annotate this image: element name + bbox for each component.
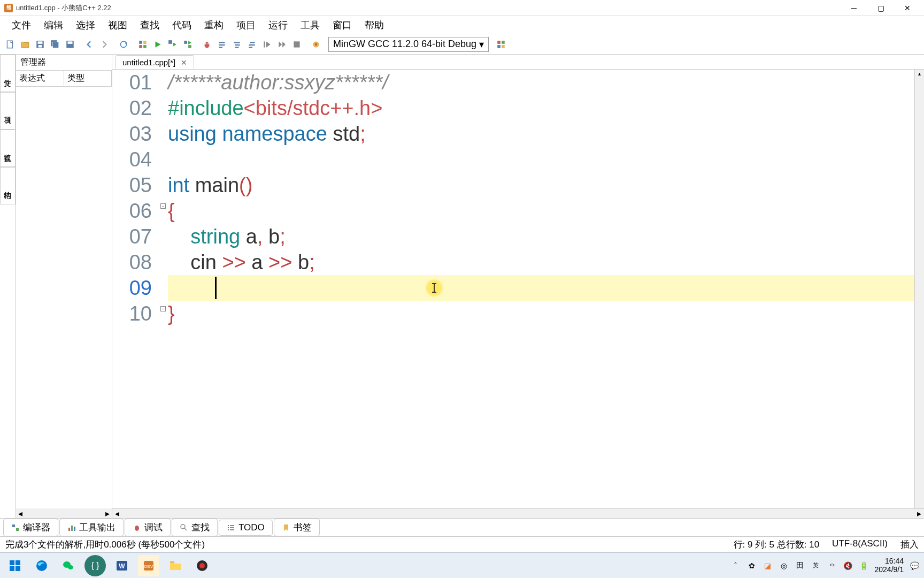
svg-rect-23 <box>235 44 240 45</box>
stop-button[interactable] <box>290 37 304 51</box>
svg-rect-40 <box>74 527 75 531</box>
menu-select[interactable]: 选择 <box>70 17 102 34</box>
scroll-right-icon[interactable]: ▸ <box>914 509 924 518</box>
toolbar: MinGW GCC 11.2.0 64-bit Debug ▾ <box>0 34 924 55</box>
forward-button[interactable] <box>97 37 111 51</box>
svg-rect-21 <box>219 47 222 48</box>
close-button[interactable]: ✕ <box>899 3 915 13</box>
devcpp-icon[interactable]: DEV <box>138 555 159 576</box>
vertical-scrollbar[interactable]: ▴ <box>914 70 924 508</box>
bottom-tab-debug[interactable]: 调试 <box>125 519 171 536</box>
svg-rect-3 <box>38 45 42 48</box>
menu-window[interactable]: 窗口 <box>326 17 358 34</box>
menu-refactor[interactable]: 重构 <box>198 17 230 34</box>
vtab-files[interactable]: 文件 <box>0 55 16 92</box>
breakpoint-button[interactable] <box>309 37 323 51</box>
scroll-left-icon[interactable]: ◂ <box>18 508 22 519</box>
settings-button[interactable] <box>494 37 508 51</box>
start-button[interactable] <box>4 555 26 576</box>
bottom-tab-todo[interactable]: TODO <box>219 520 273 536</box>
menu-project[interactable]: 项目 <box>230 17 262 34</box>
fold-open-icon[interactable]: − <box>160 203 166 209</box>
menu-edit[interactable]: 编辑 <box>37 17 70 34</box>
edge-icon[interactable] <box>31 555 52 576</box>
vtab-project[interactable]: 项目 <box>0 92 16 130</box>
tray-chevron-icon[interactable]: ˄ <box>730 560 741 571</box>
tray-app1-icon[interactable]: ✿ <box>746 560 757 571</box>
vscode-icon[interactable]: { } <box>84 555 106 576</box>
menu-file[interactable]: 文件 <box>5 17 37 34</box>
menu-code[interactable]: 代码 <box>166 17 198 34</box>
menu-run[interactable]: 运行 <box>262 17 294 34</box>
titlebar: 熊 untitled1.cpp - 小熊猫C++ 2.22 ─ ▢ ✕ <box>0 0 924 16</box>
maximize-button[interactable]: ▢ <box>873 3 889 13</box>
status-message: 完成3个文件的解析,用时0.006秒 (每秒500个文件) <box>5 538 734 551</box>
compile-run-button[interactable] <box>166 37 180 51</box>
bottom-tab-bookmark[interactable]: 书签 <box>274 519 320 536</box>
debug-button[interactable] <box>200 37 214 51</box>
record-icon[interactable] <box>191 555 213 576</box>
manager-tab-type[interactable]: 类型 <box>64 71 112 86</box>
menu-tools[interactable]: 工具 <box>294 17 326 34</box>
compile-button[interactable] <box>136 37 150 51</box>
tray-ime-icon[interactable]: 田 <box>795 560 805 571</box>
scroll-left-icon[interactable]: ◂ <box>112 509 122 518</box>
tray-app2-icon[interactable]: ◪ <box>763 560 773 571</box>
save-button[interactable] <box>33 37 47 51</box>
vtab-watch[interactable]: 监视 <box>0 130 16 167</box>
explorer-icon[interactable] <box>165 555 186 576</box>
tray-language-icon[interactable]: 英 <box>811 560 821 571</box>
taskbar-clock[interactable]: 16:44 2024/9/1 <box>875 557 904 574</box>
manager-scrollbar[interactable]: ◂ ▸ <box>16 508 112 518</box>
word-icon[interactable]: W <box>111 555 133 576</box>
svg-rect-26 <box>249 44 255 45</box>
run-button[interactable] <box>151 37 165 51</box>
code-editor[interactable]: 01 02 03 04 05 06 07 08 09 10 − − /*****… <box>112 70 924 508</box>
scroll-right-icon[interactable]: ▸ <box>105 508 110 519</box>
tray-notifications-icon[interactable]: 💬 <box>909 560 920 571</box>
bottom-tab-find[interactable]: 查找 <box>172 519 218 536</box>
back-button[interactable] <box>82 37 96 51</box>
tray-wifi-icon[interactable]: ⌔ <box>827 560 837 571</box>
tray-battery-icon[interactable]: 🔋 <box>859 560 869 571</box>
continue-button[interactable] <box>260 37 274 51</box>
menu-view[interactable]: 视图 <box>102 17 134 34</box>
compiler-select[interactable]: MinGW GCC 11.2.0 64-bit Debug ▾ <box>328 37 489 52</box>
step-out-button[interactable] <box>245 37 259 51</box>
code-lines[interactable]: /******author:ssxyz******/ #include<bits… <box>168 70 924 508</box>
scroll-up-icon[interactable]: ▴ <box>915 70 923 78</box>
save-as-button[interactable] <box>63 37 77 51</box>
editor-tab-untitled1[interactable]: untitled1.cpp[*] ✕ <box>116 55 194 69</box>
status-right: 行: 9 列: 5 总行数: 10 UTF-8(ASCII) 插入 <box>734 538 919 551</box>
tray-volume-icon[interactable]: 🔇 <box>843 560 853 571</box>
tray-app3-icon[interactable]: ◎ <box>779 560 789 571</box>
minimize-button[interactable]: ─ <box>846 3 862 13</box>
status-position: 行: 9 列: 5 总行数: 10 <box>734 538 820 551</box>
svg-point-17 <box>205 43 206 44</box>
vtab-structure[interactable]: 结构 <box>0 167 16 204</box>
menu-find[interactable]: 查找 <box>134 17 166 34</box>
horizontal-scrollbar[interactable]: ◂ ▸ <box>112 508 924 518</box>
fold-close-icon[interactable]: − <box>160 306 166 311</box>
compiler-select-label: MinGW GCC 11.2.0 64-bit Debug <box>333 39 476 50</box>
svg-rect-44 <box>230 525 234 526</box>
close-tab-icon[interactable]: ✕ <box>181 58 187 67</box>
bottom-tab-tool-output[interactable]: 工具输出 <box>59 519 124 536</box>
step-over-button[interactable] <box>215 37 229 51</box>
svg-rect-11 <box>139 45 142 48</box>
new-file-button[interactable] <box>3 37 17 51</box>
step-into-button[interactable] <box>230 37 244 51</box>
open-file-button[interactable] <box>18 37 32 51</box>
chevron-down-icon: ▾ <box>479 39 484 50</box>
save-all-button[interactable] <box>48 37 62 51</box>
refresh-button[interactable] <box>117 37 130 51</box>
menu-help[interactable]: 帮助 <box>358 17 390 34</box>
manager-tab-expression[interactable]: 表达式 <box>16 71 64 86</box>
svg-rect-29 <box>294 41 299 47</box>
main-area: 文件 项目 监视 结构 管理器 表达式 类型 ◂ ▸ untitled1.cpp… <box>0 55 924 518</box>
rebuild-button[interactable] <box>181 37 195 51</box>
search-icon <box>180 523 188 532</box>
wechat-icon[interactable] <box>58 555 79 576</box>
bottom-tab-compiler[interactable]: 编译器 <box>3 519 58 536</box>
run-to-cursor-button[interactable] <box>275 37 289 51</box>
